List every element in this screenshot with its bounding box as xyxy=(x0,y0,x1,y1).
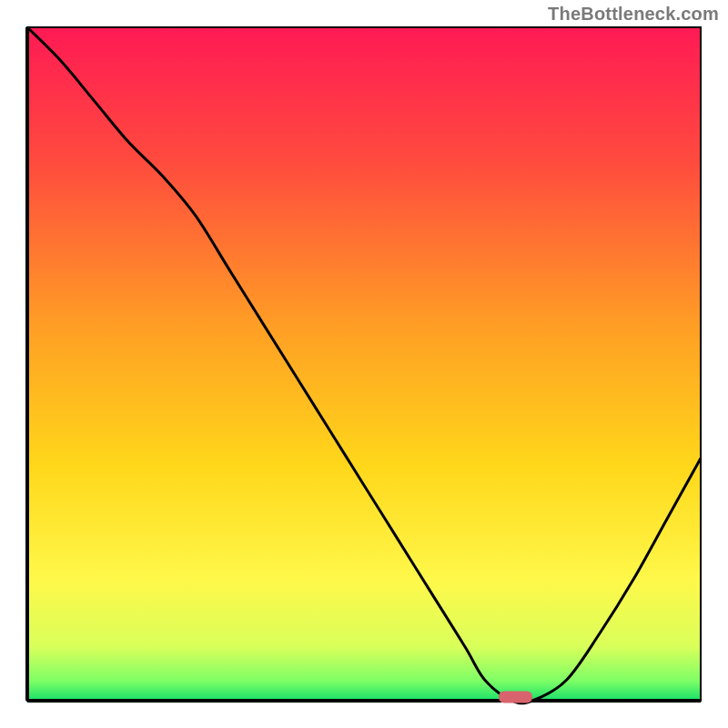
chart-container: TheBottleneck.com xyxy=(0,0,728,728)
plot-background xyxy=(27,27,701,701)
watermark-label: TheBottleneck.com xyxy=(548,4,719,25)
bottleneck-chart xyxy=(0,0,728,728)
optimal-marker xyxy=(499,692,532,703)
